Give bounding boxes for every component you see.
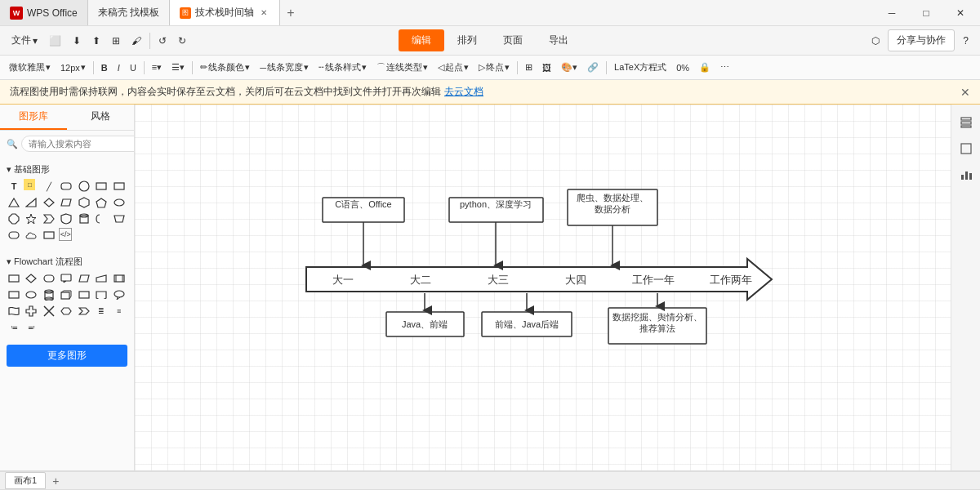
shape-library-tab[interactable]: 图形库 <box>0 105 67 130</box>
fc-list2[interactable]: ≡ <box>112 304 127 318</box>
rect3-shape[interactable] <box>42 228 56 243</box>
wps-office-tab[interactable]: W WPS Office <box>0 0 88 25</box>
fc-list4[interactable]: ≕ <box>24 320 38 335</box>
fc-x-shape[interactable] <box>42 304 56 318</box>
lock-button[interactable]: 🔒 <box>695 60 715 74</box>
download-button[interactable]: ⬇ <box>68 33 86 49</box>
fc-rect4[interactable] <box>77 287 91 302</box>
connector-type-button[interactable]: ⌒ 连线类型 ▾ <box>372 60 432 75</box>
color-fill-button[interactable]: ✏ 线条颜色 ▾ <box>196 60 254 75</box>
fc-ellipse[interactable] <box>24 287 38 302</box>
chevron-shape[interactable] <box>42 212 56 226</box>
edit-tab[interactable]: 编辑 <box>399 29 444 51</box>
fc-rect[interactable] <box>7 271 21 286</box>
file-menu-button[interactable]: 文件 ▾ <box>7 31 42 50</box>
fc-hexagon[interactable] <box>59 304 74 318</box>
circle-shape[interactable] <box>77 179 91 194</box>
rounded-rect2-shape[interactable] <box>7 228 21 243</box>
chart-button[interactable] <box>955 163 978 186</box>
banner-close-button[interactable]: ✕ <box>960 86 970 99</box>
fc-cross[interactable] <box>24 304 38 318</box>
fc-list3[interactable]: ≔ <box>7 320 21 335</box>
search-input[interactable] <box>21 136 135 152</box>
template-tab[interactable]: 来稿壳 找模板 <box>88 0 170 25</box>
trapezoid-shape[interactable] <box>112 212 127 226</box>
font-selector[interactable]: 微软雅黑 ▾ <box>5 60 55 75</box>
image-button[interactable]: 🖼 <box>538 61 555 74</box>
stroke-width-button[interactable]: ─ 线条宽度 ▾ <box>256 60 313 75</box>
diagram-tab[interactable]: 图 技术栈时间轴 ✕ <box>170 0 280 25</box>
triangle-shape[interactable] <box>7 195 21 210</box>
fc-3d-rect[interactable] <box>59 287 74 302</box>
cylinder-shape[interactable] <box>77 212 91 226</box>
minimize-button[interactable]: ─ <box>875 0 908 26</box>
end-point-button[interactable]: ▷ 终点 ▾ <box>474 60 514 75</box>
sheet-tab-1[interactable]: 画布1 <box>5 472 46 489</box>
cloud-shape[interactable] <box>24 228 38 243</box>
fc-wavy[interactable] <box>7 304 21 318</box>
diamond-shape[interactable] <box>42 195 56 210</box>
pentagon-shape[interactable] <box>94 195 109 210</box>
latex-button[interactable]: LaTeX方程式 <box>610 60 670 75</box>
more-shapes-button[interactable]: 更多图形 <box>7 345 127 367</box>
fill-style-button[interactable]: 🎨▾ <box>557 60 581 74</box>
fc-rect3[interactable] <box>7 287 21 302</box>
percent-input[interactable]: 0% <box>672 61 693 74</box>
fc-drum[interactable] <box>42 287 56 302</box>
more-format-button[interactable]: ⋯ <box>716 60 733 74</box>
list-button[interactable]: ☰▾ <box>167 60 189 74</box>
paint-button[interactable]: 🖌 <box>127 33 146 49</box>
code-shape[interactable]: </> <box>59 228 72 241</box>
dash-style-button[interactable]: ╌ 线条样式 ▾ <box>314 60 371 75</box>
properties-button[interactable] <box>955 111 978 134</box>
link-button[interactable]: 🔗 <box>583 60 603 74</box>
octagon-shape[interactable] <box>7 212 21 226</box>
rect2-shape[interactable] <box>112 179 127 194</box>
basic-shapes-title[interactable]: ▾ 基础图形 <box>7 160 127 179</box>
font-size-selector[interactable]: 12px ▾ <box>56 60 90 74</box>
arrange-tab[interactable]: 排列 <box>444 29 490 51</box>
start-point-button[interactable]: ◁ 起点 ▾ <box>434 60 473 75</box>
fc-callout[interactable] <box>59 271 74 286</box>
upload-button[interactable]: ⬆ <box>87 33 105 49</box>
line-shape[interactable]: ╱ <box>42 179 56 194</box>
share-button[interactable]: 分享与协作 <box>888 29 955 51</box>
fc-manual-input[interactable] <box>94 271 109 286</box>
share-icon[interactable]: ⬡ <box>866 33 884 49</box>
redo-button[interactable]: ↻ <box>173 33 191 49</box>
style-tab[interactable]: 风格 <box>67 105 134 130</box>
bold-button[interactable]: B <box>97 61 112 74</box>
text-shape[interactable]: T <box>7 179 21 194</box>
flowchart-title[interactable]: ▾ Flowchart 流程图 <box>7 252 127 271</box>
new-tab-button[interactable]: + <box>280 6 301 20</box>
table-button[interactable]: ⊞ <box>521 60 537 74</box>
italic-button[interactable]: I <box>114 61 124 74</box>
arrange-button[interactable]: ⊞ <box>107 33 125 49</box>
export-tab[interactable]: 导出 <box>536 29 581 51</box>
add-sheet-button[interactable]: + <box>49 474 62 488</box>
close-tab-button[interactable]: ✕ <box>258 7 270 19</box>
fc-parallelogram[interactable] <box>77 271 91 286</box>
underline-button[interactable]: U <box>126 61 140 74</box>
align-button[interactable]: ≡▾ <box>148 60 166 74</box>
fc-chevron[interactable] <box>77 304 91 318</box>
toolbar-icon-btn[interactable]: ⬜ <box>44 33 66 49</box>
close-window-button[interactable]: ✕ <box>944 0 977 26</box>
banner-link[interactable]: 去云文档 <box>444 85 483 99</box>
ellipse-shape[interactable] <box>112 195 127 210</box>
page-tab[interactable]: 页面 <box>490 29 536 51</box>
fc-callout2[interactable] <box>112 287 127 302</box>
star-shape[interactable] <box>24 212 38 226</box>
right-triangle-shape[interactable] <box>24 195 38 210</box>
fc-rect2[interactable] <box>112 271 127 286</box>
undo-button[interactable]: ↺ <box>154 33 172 49</box>
fc-rounded-rect[interactable] <box>42 271 56 286</box>
hexagon-shape[interactable] <box>77 195 91 210</box>
rounded-rect-shape[interactable] <box>59 179 74 194</box>
parallelogram-shape[interactable] <box>59 195 74 210</box>
sticky-note-shape[interactable]: □ <box>24 179 35 190</box>
shield-shape[interactable] <box>59 212 74 226</box>
fc-pentagon[interactable] <box>94 287 109 302</box>
fc-list1[interactable]: ≣ <box>94 304 109 318</box>
rect-shape[interactable] <box>94 179 109 194</box>
